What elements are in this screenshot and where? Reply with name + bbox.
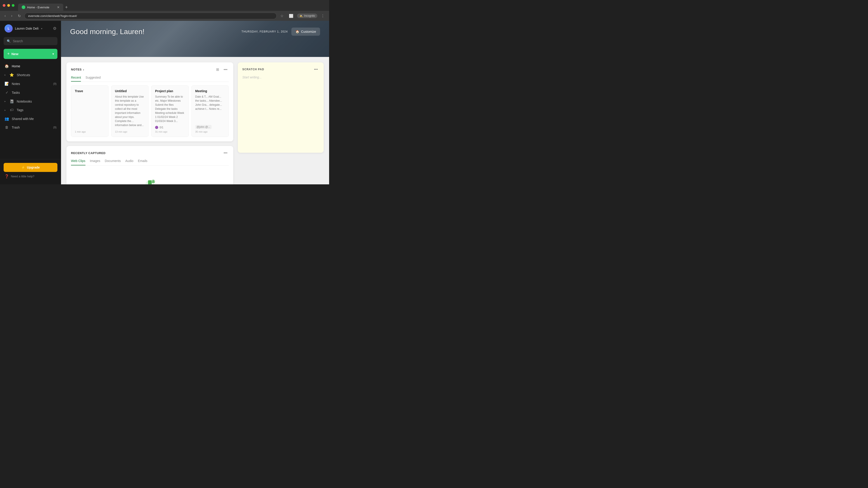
sidebar-header: L Lauren Dale Deli ▾ ⚙: [0, 21, 61, 36]
note-time: 13 min ago: [115, 130, 145, 133]
sidebar-item-notes[interactable]: 📝 Notes (9): [0, 79, 61, 88]
tab-close-button[interactable]: ✕: [57, 5, 60, 9]
hero-overlay: [61, 21, 329, 57]
hero-right: THURSDAY, FEBRUARY 1, 2024 🏠 Customize: [241, 28, 320, 36]
note-title: Meeting: [195, 89, 225, 93]
close-window-button[interactable]: [3, 4, 5, 7]
tab-web-clips[interactable]: Web Clips: [71, 159, 86, 165]
task-count: 0/1: [160, 126, 163, 129]
sidebar-item-home[interactable]: 🏠 Home: [0, 62, 61, 70]
note-card[interactable]: Project plan Summary To be able to etc. …: [151, 86, 189, 137]
tab-images[interactable]: Images: [90, 159, 100, 165]
bookmark-button[interactable]: ☆: [278, 13, 285, 19]
note-card[interactable]: Trave 1 min ago: [71, 86, 108, 137]
sidebar-nav: 🏠 Home ▸ ⭐ Shortcuts 📝 Notes (9) ✓ Tasks…: [0, 61, 61, 159]
menu-button[interactable]: ⋮: [319, 13, 327, 19]
sidebar-item-notebooks-label: Notebooks: [17, 100, 32, 103]
sidebar-item-trash[interactable]: 🗑 Trash (9): [0, 123, 61, 132]
notes-count-badge: (9): [53, 82, 57, 86]
sidebar-item-home-label: Home: [12, 64, 20, 68]
notes-more-button[interactable]: •••: [222, 67, 229, 72]
sidebar-item-tags[interactable]: ▸ 🏷 Tags: [0, 106, 61, 114]
tab-documents[interactable]: Documents: [105, 159, 121, 165]
recently-captured-tabs: Web Clips Images Documents Audio Emails: [71, 159, 229, 166]
sidebar-item-notebooks[interactable]: ▸ 📓 Notebooks: [0, 97, 61, 106]
notebooks-chevron-icon: ▸: [4, 100, 6, 103]
nav-bar: ‹ › ↻ evernote.com/client/web?login=true…: [0, 11, 329, 21]
hero-section: Good morning, Lauren! THURSDAY, FEBRUARY…: [61, 21, 329, 57]
notes-widget: NOTES › ⊞ ••• Recent Suggested: [66, 62, 233, 141]
active-tab[interactable]: Home - Evernote ✕: [18, 4, 63, 11]
new-button[interactable]: + New ▾: [4, 49, 57, 59]
note-time: 35 min ago: [195, 130, 225, 133]
scratch-pad-input[interactable]: Start writing...: [242, 75, 319, 79]
notes-tabs: Recent Suggested: [71, 76, 229, 82]
forward-button[interactable]: ›: [9, 13, 14, 19]
side-column: SCRATCH PAD ••• Start writing...: [238, 62, 324, 184]
new-dropdown-chevron-icon: ▾: [53, 53, 54, 56]
notes-title-text: NOTES: [71, 68, 82, 71]
scratch-pad-title: SCRATCH PAD: [242, 68, 264, 71]
empty-state: [71, 166, 229, 184]
tags-icon: 🏷: [9, 108, 14, 112]
note-card[interactable]: Untitled About this template Use this te…: [111, 86, 149, 137]
empty-state-illustration: [141, 175, 159, 184]
new-button-label: New: [11, 52, 19, 56]
tab-emails[interactable]: Emails: [138, 159, 147, 165]
notes-title[interactable]: NOTES ›: [71, 68, 84, 71]
note-footer: @john @... 35 min ago: [195, 125, 225, 133]
tab-suggested[interactable]: Suggested: [86, 76, 101, 82]
shortcuts-chevron-icon: ▸: [4, 73, 6, 76]
sidebar-item-tasks-label: Tasks: [12, 91, 20, 94]
note-footer: 0/1 31 min ago: [155, 126, 185, 133]
recently-captured-widget: RECENTLY CAPTURED ••• Web Clips Images D…: [66, 146, 233, 184]
customize-button[interactable]: 🏠 Customize: [291, 28, 320, 36]
tab-audio[interactable]: Audio: [125, 159, 133, 165]
browser-tabs: Home - Evernote ✕ +: [18, 0, 327, 11]
recently-captured-more-button[interactable]: •••: [222, 151, 229, 156]
avatar: L: [4, 24, 13, 33]
browser-chrome: Home - Evernote ✕ +: [0, 0, 329, 11]
upgrade-button[interactable]: ⚡ Upgrade: [4, 163, 57, 172]
tab-title: Home - Evernote: [27, 6, 49, 9]
user-info[interactable]: L Lauren Dale Deli ▾: [4, 24, 42, 33]
note-preview: About this template Use this template as…: [115, 95, 145, 128]
note-footer: 1 min ago: [75, 130, 105, 133]
reload-button[interactable]: ↻: [16, 13, 23, 19]
note-card[interactable]: Meeting Date & T... AM Goal... the tasks…: [191, 86, 229, 137]
note-title: Trave: [75, 89, 105, 93]
content-area: NOTES › ⊞ ••• Recent Suggested: [61, 57, 329, 184]
sidebar-item-shortcuts[interactable]: ▸ ⭐ Shortcuts: [0, 70, 61, 79]
date-display: THURSDAY, FEBRUARY 1, 2024: [241, 30, 288, 33]
note-title: Untitled: [115, 89, 145, 93]
user-name: Lauren Dale Deli: [15, 27, 38, 30]
upgrade-label: Upgrade: [27, 166, 40, 169]
minimize-window-button[interactable]: [7, 4, 10, 7]
notebooks-icon: 📓: [9, 99, 14, 103]
notes-arrow-icon: ›: [83, 68, 84, 71]
scratch-pad-more-button[interactable]: •••: [313, 67, 319, 72]
notes-add-button[interactable]: ⊞: [215, 67, 220, 72]
shared-icon: 👥: [4, 117, 9, 121]
url-text: evernote.com/client/web?login=true#/: [28, 14, 77, 18]
tab-favicon: [22, 5, 25, 9]
help-link[interactable]: ❓ Need a little help?: [4, 172, 57, 181]
trash-icon: 🗑: [4, 125, 9, 129]
url-bar[interactable]: evernote.com/client/web?login=true#/: [24, 13, 277, 19]
search-label: Search: [13, 39, 23, 43]
sidebar-item-shortcuts-label: Shortcuts: [17, 73, 30, 77]
sidebar-item-shared[interactable]: 👥 Shared with Me: [0, 114, 61, 123]
note-preview: Summary To be able to etc. Major Milesto…: [155, 95, 185, 123]
sidebar-item-tasks[interactable]: ✓ Tasks: [0, 88, 61, 97]
search-button[interactable]: 🔍 Search: [4, 37, 57, 45]
settings-button[interactable]: ⚙: [53, 26, 57, 31]
new-tab-button[interactable]: +: [63, 4, 70, 11]
tab-recent[interactable]: Recent: [71, 76, 81, 82]
extensions-button[interactable]: ⬜: [287, 13, 295, 19]
new-plus-icon: +: [7, 52, 10, 56]
maximize-window-button[interactable]: [12, 4, 14, 7]
help-label: Need a little help?: [11, 175, 34, 178]
app-layout: L Lauren Dale Deli ▾ ⚙ 🔍 Search + New ▾ …: [0, 21, 329, 184]
back-button[interactable]: ‹: [3, 13, 7, 19]
scratch-pad-header: SCRATCH PAD •••: [242, 67, 319, 72]
